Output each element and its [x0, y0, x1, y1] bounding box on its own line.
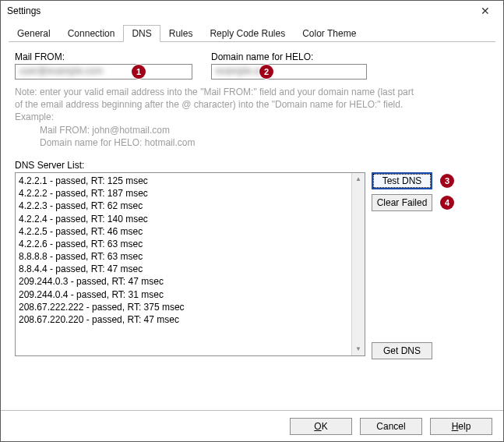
annotation-badge-3: 3 [440, 174, 454, 188]
tab-dns[interactable]: DNS [123, 25, 160, 42]
list-item[interactable]: 4.2.2.5 - passed, RT: 46 msec [19, 225, 361, 238]
list-item[interactable]: 209.244.0.4 - passed, RT: 31 msec [19, 288, 361, 301]
tab-general[interactable]: General [9, 25, 59, 41]
list-item[interactable]: 8.8.8.8 - passed, RT: 63 msec [19, 250, 361, 263]
tab-color-theme[interactable]: Color Theme [294, 25, 365, 41]
list-item[interactable]: 209.244.0.3 - passed, RT: 47 msec [19, 275, 361, 288]
cancel-button[interactable]: Cancel [360, 418, 422, 435]
dialog-footer: OK Cancel Help [1, 410, 503, 441]
settings-dialog: Settings ✕ General Connection DNS Rules … [0, 0, 504, 442]
annotation-badge-2: 2 [259, 65, 273, 79]
scroll-down-icon[interactable]: ▼ [352, 343, 365, 355]
list-item[interactable]: 208.67.220.220 - passed, RT: 47 msec [19, 313, 361, 326]
note-text: Note: enter your valid email address int… [15, 86, 489, 149]
mail-from-label: Mail FROM: [15, 51, 192, 62]
note-line-2: of the email address beginning after the… [15, 98, 489, 111]
window-title: Settings [7, 5, 474, 16]
scroll-up-icon[interactable]: ▲ [352, 173, 365, 186]
note-line-4: Mail FROM: john@hotmail.com [40, 124, 489, 136]
helo-label: Domain name for HELO: [211, 51, 367, 62]
tab-reply-code-rules[interactable]: Reply Code Rules [201, 25, 294, 41]
get-dns-button[interactable]: Get DNS [372, 342, 432, 359]
help-button[interactable]: Help [430, 418, 492, 435]
note-line-5: Domain name for HELO: hotmail.com [40, 136, 489, 149]
tab-connection[interactable]: Connection [59, 25, 124, 41]
mail-from-input[interactable] [15, 64, 192, 80]
listbox-scrollbar[interactable]: ▲ ▼ [351, 173, 365, 355]
titlebar: Settings ✕ [1, 1, 503, 21]
ok-button[interactable]: OK [290, 418, 352, 435]
annotation-badge-4: 4 [440, 196, 454, 210]
dns-list-label: DNS Server List: [15, 160, 489, 171]
tab-rules[interactable]: Rules [160, 25, 202, 41]
close-icon[interactable]: ✕ [474, 5, 497, 17]
note-line-3: Example: [15, 111, 489, 123]
note-line-1: Note: enter your valid email address int… [15, 86, 489, 98]
list-item[interactable]: 4.2.2.2 - passed, RT: 187 msec [19, 187, 361, 200]
test-dns-button[interactable]: Test DNS [372, 172, 432, 189]
dns-server-list-content: 4.2.2.1 - passed, RT: 125 msec 4.2.2.2 -… [16, 173, 365, 356]
dns-server-listbox[interactable]: 4.2.2.1 - passed, RT: 125 msec 4.2.2.2 -… [15, 172, 365, 356]
list-item[interactable]: 4.2.2.3 - passed, RT: 62 msec [19, 200, 361, 212]
list-item[interactable]: 8.8.4.4 - passed, RT: 47 msec [19, 263, 361, 275]
list-item[interactable]: 208.67.222.222 - passed, RT: 375 msec [19, 301, 361, 313]
tab-content-dns: Mail FROM: user@example.com 1 Domain nam… [1, 42, 503, 410]
clear-failed-button[interactable]: Clear Failed [372, 194, 432, 211]
annotation-badge-1: 1 [132, 65, 146, 79]
list-item[interactable]: 4.2.2.1 - passed, RT: 125 msec [19, 175, 361, 187]
tabstrip: General Connection DNS Rules Reply Code … [9, 24, 495, 42]
list-item[interactable]: 4.2.2.6 - passed, RT: 63 msec [19, 238, 361, 250]
helo-input[interactable] [211, 64, 367, 80]
list-item[interactable]: 4.2.2.4 - passed, RT: 140 msec [19, 213, 361, 225]
